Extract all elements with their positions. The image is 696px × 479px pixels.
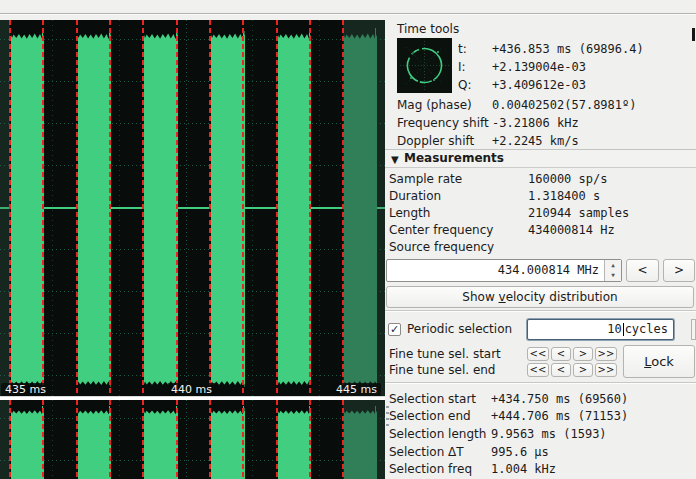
selection-boundary-line[interactable]	[276, 20, 278, 396]
spin-down-icon[interactable]: ▼	[611, 271, 615, 278]
clipped-spinner-fragment	[691, 319, 696, 340]
selection-boundary-line[interactable]	[9, 20, 11, 396]
cycles-input[interactable]: 10 cycles	[527, 319, 674, 340]
selection-boundary-line[interactable]	[209, 20, 211, 396]
selection-boundary-line[interactable]	[109, 20, 111, 396]
measurement-row: Source frequency	[389, 238, 694, 255]
selection-label: Selection end	[389, 409, 491, 423]
frequency-spinbox[interactable]: 434.000814 MHz ▲ ▼	[386, 259, 622, 282]
cycles-suffix: cycles	[625, 322, 668, 336]
frequency-prev-button[interactable]: <	[626, 259, 659, 282]
selection-boundary-line[interactable]	[76, 20, 78, 396]
iq-label: t:	[458, 42, 492, 56]
fine-tune-step-button[interactable]: >>	[595, 363, 617, 377]
selection-label: Selection start	[389, 392, 491, 406]
periodic-selection-label[interactable]: Periodic selection	[407, 322, 512, 336]
fine-tune-step-button[interactable]: <<	[527, 363, 549, 377]
time-tools-rows: Mag (phase)0.00402502(57.8981º)Frequency…	[397, 96, 694, 150]
section-divider	[385, 382, 696, 384]
tool-value: -3.21806 kHz	[492, 116, 579, 130]
time-axis-label: 440 ms	[167, 383, 216, 396]
tool-value: 0.00402502(57.8981º)	[492, 98, 637, 112]
measurement-value: 1.318400 s	[528, 189, 600, 203]
waveform-panel-upper[interactable]: 435 ms440 ms445 ms	[0, 20, 385, 396]
measurements-header[interactable]: ▼ Measurements	[385, 149, 696, 168]
selection-boundary-line[interactable]	[142, 20, 144, 396]
measurements-title: Measurements	[404, 150, 504, 167]
tool-label: Frequency shift	[397, 116, 492, 130]
signal-burst	[278, 400, 311, 479]
grid-line-horizontal	[0, 291, 385, 292]
show-velocity-distribution-button[interactable]: Show velocity distribution	[386, 286, 694, 308]
selection-boundary-line[interactable]	[209, 400, 211, 479]
frequency-value[interactable]: 434.000814 MHz	[498, 263, 599, 277]
periodic-selection-checkbox[interactable]: ✓	[388, 323, 401, 336]
tool-row: Mag (phase)0.00402502(57.8981º)	[397, 96, 694, 114]
signal-burst	[278, 20, 311, 396]
selection-boundary-line[interactable]	[309, 400, 311, 479]
measurement-label: Length	[389, 206, 528, 220]
selection-boundary-line[interactable]	[342, 20, 344, 396]
selection-row: Selection freq1.004 kHz	[389, 460, 694, 478]
selection-boundary-line[interactable]	[176, 400, 178, 479]
grid-line-horizontal	[0, 418, 385, 419]
selection-boundary-line[interactable]	[9, 400, 11, 479]
selection-boundary-line[interactable]	[309, 20, 311, 396]
tool-label: Mag (phase)	[397, 98, 492, 112]
waveform-display[interactable]: 435 ms440 ms445 ms	[0, 0, 385, 479]
fine-tune-end-label: Fine tune sel. end	[389, 363, 495, 377]
measurement-rows: Sample rate160000 sp/sDuration1.318400 s…	[389, 170, 694, 255]
iq-label: I:	[458, 60, 492, 74]
grid-line-horizontal	[0, 460, 385, 461]
cycles-value[interactable]: 10	[607, 322, 621, 336]
selection-label: Selection ΔT	[389, 445, 491, 459]
grid-line-vertical-minor	[319, 400, 320, 479]
iq-value: +2.139004e-03	[492, 60, 586, 74]
selection-value: +434.750 ms (69560)	[491, 392, 628, 406]
tool-label: Doppler shift	[397, 134, 492, 148]
frequency-next-button[interactable]: >	[663, 259, 695, 282]
selection-row: Selection length9.9563 ms (1593)	[389, 425, 694, 443]
measurement-label: Duration	[389, 189, 528, 203]
selection-value: 9.9563 ms (1593)	[491, 427, 607, 441]
selection-boundary-line[interactable]	[109, 400, 111, 479]
selection-value: +444.706 ms (71153)	[491, 409, 628, 423]
selection-boundary-line[interactable]	[176, 20, 178, 396]
measurement-row: Length210944 samples	[389, 204, 694, 221]
fine-tune-step-button[interactable]: <	[551, 363, 571, 377]
fine-tune-step-button[interactable]: >	[573, 347, 593, 361]
selection-boundary-line[interactable]	[142, 400, 144, 479]
measurement-row: Duration1.318400 s	[389, 187, 694, 204]
selection-boundary-line[interactable]	[242, 20, 244, 396]
signal-burst-fill	[144, 408, 178, 479]
fine-tune-step-button[interactable]: >	[573, 363, 593, 377]
signal-burst-fill	[211, 31, 245, 387]
selection-boundary-line[interactable]	[42, 20, 44, 396]
selection-boundary-line[interactable]	[42, 400, 44, 479]
fine-tune-step-button[interactable]: >>	[595, 347, 617, 361]
collapse-icon[interactable]: ▼	[391, 151, 399, 168]
grid-line-horizontal	[0, 39, 385, 40]
lock-button[interactable]: Lock	[623, 345, 695, 378]
signal-burst	[78, 20, 111, 396]
fine-tune-step-button[interactable]: <<	[527, 347, 549, 361]
selection-boundary-line[interactable]	[342, 400, 344, 479]
selection-boundary-line[interactable]	[276, 400, 278, 479]
iq-readout-rows: t:+436.853 ms (69896.4)I:+2.139004e-03Q:…	[458, 40, 644, 94]
signal-burst	[211, 20, 245, 396]
tool-row: Doppler shift+2.2245 km/s	[397, 132, 694, 150]
waveform-panel-lower[interactable]	[0, 400, 385, 479]
selection-boundary-line[interactable]	[242, 400, 244, 479]
selection-boundary-line[interactable]	[76, 400, 78, 479]
measurement-value: 210944 samples	[528, 206, 629, 220]
measurement-row: Sample rate160000 sp/s	[389, 170, 694, 187]
signal-burst	[144, 400, 178, 479]
spinner-arrows-icon[interactable]: ▲ ▼	[604, 260, 621, 281]
measurement-row: Center frequency434000814 Hz	[389, 221, 694, 238]
spin-up-icon[interactable]: ▲	[611, 261, 615, 268]
signal-burst	[144, 20, 178, 396]
tool-row: Frequency shift-3.21806 kHz	[397, 114, 694, 132]
time-axis-label: 435 ms	[1, 383, 50, 396]
fine-tune-step-button[interactable]: <	[551, 347, 571, 361]
time-axis-label: 445 ms	[332, 383, 381, 396]
